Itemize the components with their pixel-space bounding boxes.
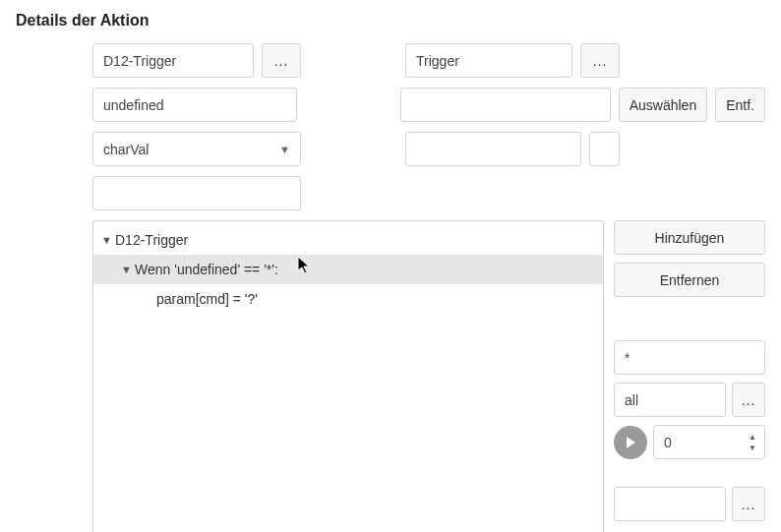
- main-area: ▼ D12-Trigger ▼ Wenn 'undefined' == '*':…: [92, 220, 765, 532]
- tree-condition-label: Wenn 'undefined' == '*':: [135, 262, 278, 277]
- spinner-down-icon[interactable]: ▼: [747, 443, 758, 452]
- play-button[interactable]: [614, 426, 647, 459]
- number-spinner[interactable]: 0 ▲ ▼: [653, 425, 765, 459]
- number-spinner-value: 0: [664, 435, 672, 450]
- play-icon: [623, 435, 638, 450]
- all-input[interactable]: all: [614, 383, 726, 417]
- charval-select-value: charVal: [103, 142, 149, 157]
- left-empty-input[interactable]: [92, 176, 301, 210]
- caret-down-icon: ▼: [121, 264, 135, 275]
- tree-root-row[interactable]: ▼ D12-Trigger: [93, 225, 603, 255]
- trigger-name-browse-button[interactable]: ...: [262, 43, 301, 78]
- row-3: charVal ▼: [92, 132, 765, 166]
- tree-assign-label: param[cmd] = '?': [156, 291, 258, 307]
- row-4: [92, 176, 765, 210]
- trigger-label-input[interactable]: Trigger: [405, 43, 572, 78]
- remove-short-button[interactable]: Entf.: [715, 88, 765, 122]
- play-row: 0 ▲ ▼: [614, 425, 765, 459]
- right-empty-small-input[interactable]: [589, 132, 620, 166]
- caret-down-icon: ▼: [101, 234, 115, 246]
- charval-select[interactable]: charVal ▼: [92, 132, 301, 166]
- side-panel: Hinzufügen Entfernen * all ... 0 ▲ ▼ ...: [614, 220, 765, 532]
- spinner-controls: ▲ ▼: [747, 432, 762, 452]
- right-empty-1-input[interactable]: [400, 88, 611, 122]
- trigger-label-browse-button[interactable]: ...: [580, 43, 620, 78]
- tree-condition-row[interactable]: ▼ Wenn 'undefined' == '*':: [93, 255, 603, 284]
- undefined-input[interactable]: undefined: [92, 88, 297, 122]
- all-browse-button[interactable]: ...: [732, 383, 765, 417]
- row-2: undefined Auswählen Entf.: [92, 88, 765, 122]
- trigger-name-input[interactable]: D12-Trigger: [92, 43, 254, 78]
- right-empty-2-input[interactable]: [405, 132, 581, 166]
- tree-assign-row[interactable]: param[cmd] = '?': [93, 284, 603, 314]
- spinner-up-icon[interactable]: ▲: [747, 432, 758, 442]
- add-button[interactable]: Hinzufügen: [614, 220, 765, 255]
- tree-root-label: D12-Trigger: [115, 232, 188, 248]
- select-button[interactable]: Auswählen: [619, 88, 708, 122]
- tree-view[interactable]: ▼ D12-Trigger ▼ Wenn 'undefined' == '*':…: [92, 220, 604, 532]
- bottom-browse-button[interactable]: ...: [732, 487, 765, 521]
- bottom-empty-input[interactable]: [614, 487, 726, 521]
- chevron-down-icon: ▼: [279, 144, 290, 155]
- row-1: D12-Trigger ... Trigger ...: [92, 43, 765, 78]
- star-input[interactable]: *: [614, 340, 765, 375]
- page-title: Details der Aktion: [16, 12, 765, 30]
- remove-button[interactable]: Entfernen: [614, 263, 765, 297]
- bottom-row: ...: [614, 487, 765, 521]
- all-row: all ...: [614, 383, 765, 417]
